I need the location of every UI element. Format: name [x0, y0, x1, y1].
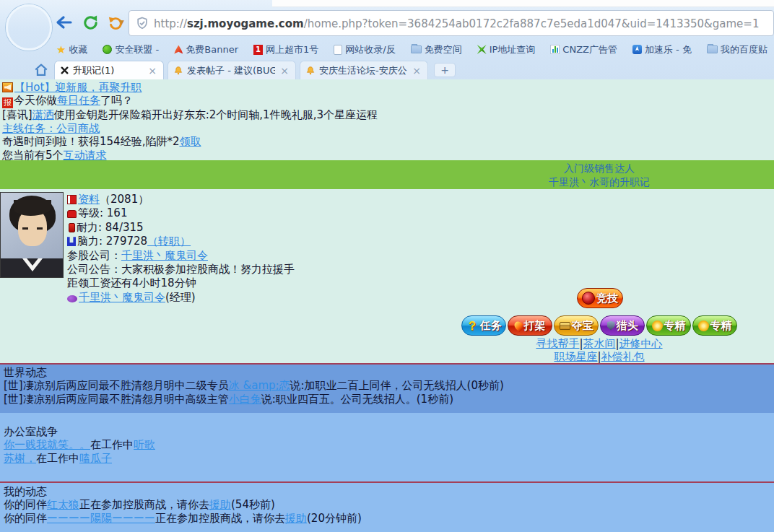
main-quest-link[interactable]: 主线任务：公司商战 [2, 122, 100, 135]
bell-icon [173, 66, 183, 76]
office-war-entry: 你一贱我就笑。。在工作中听歌 [4, 438, 770, 451]
starburst-icon [698, 320, 709, 331]
office-war-entry: 苏榭，在工作中嗑瓜子 [4, 452, 770, 465]
tab-close-icon[interactable]: × [411, 65, 422, 77]
home-button[interactable] [32, 61, 51, 79]
speed-rocket-icon [632, 45, 642, 54]
tab-shengzhiji[interactable]: 升职记(1) × [54, 61, 164, 79]
rank-title: 入门级销售达人 [433, 162, 765, 175]
url-bar[interactable]: http://szj.moyogame.com/home.php?token=3… [129, 10, 774, 36]
headhunt-button[interactable]: 猎头 [600, 315, 645, 336]
shield-icon [607, 321, 615, 331]
notice-lines: 【Hot】迎新服，再聚升职 报今天你做每日任务了吗？ [喜讯]潇洒使用金钥匙开保… [2, 81, 378, 162]
refresh-button[interactable] [81, 13, 100, 32]
bookmark-favorites[interactable]: ★收藏 [56, 43, 87, 56]
assist-link[interactable]: 援助 [285, 512, 307, 525]
bookmark-baidu-tieba[interactable]: 我的百度贴 [707, 43, 768, 56]
tab-close-icon[interactable]: × [279, 65, 290, 77]
training-center-link[interactable]: 进修中心 [619, 337, 663, 350]
bookmark-free-banner[interactable]: 免费Banner [174, 43, 238, 56]
bar-chart-icon [550, 45, 560, 54]
stat-data: 资料（2081） [67, 193, 295, 206]
notice-daily: 报今天你做每日任务了吗？ [2, 94, 378, 108]
assist-link[interactable]: 援助 [209, 498, 231, 511]
player-name-link[interactable]: 小白兔 [229, 393, 261, 406]
window-title-strip [272, 0, 774, 7]
quick-links-row1: 寻找帮手|茶水间|进修中心 [433, 338, 765, 351]
stat-brain: 脑力: 279728（转职） [67, 235, 295, 248]
compensation-pack-link[interactable]: 补偿礼包 [601, 350, 645, 363]
player-name-link[interactable]: 冰 &amp;恋 [229, 379, 290, 392]
specialty-button-2[interactable]: 专精 [692, 315, 737, 336]
game-favicon [60, 66, 69, 75]
bookmark-jiasule[interactable]: 加速乐 - 免 [632, 43, 692, 56]
arena-button[interactable]: 竞技 [577, 288, 623, 308]
find-helper-link[interactable]: 寻找帮手 [536, 337, 579, 350]
job-change-link[interactable]: （转职） [147, 235, 191, 248]
undo-dropdown-caret[interactable]: ▼ [119, 19, 124, 26]
notice-encounter: 奇遇时间到啦！获得154经验,陷阱*2领取 [2, 135, 378, 148]
rocket-icon [174, 45, 183, 54]
notice-mainquest: 主线任务：公司商战 [2, 122, 378, 135]
coworker-name-link[interactable]: 苏榭， [4, 452, 36, 465]
fight-button[interactable]: 打架 [508, 315, 552, 336]
my-feed-title: 我的动态 [4, 485, 770, 498]
bookmark-site-index[interactable]: 网站收录/反 [334, 43, 395, 56]
back-button[interactable] [55, 13, 74, 32]
partner-name-link[interactable]: 红太狼 [47, 498, 79, 511]
bell-icon [305, 66, 316, 76]
tea-room-link[interactable]: 茶水间 [583, 337, 616, 350]
stat-manager: 千里洪丶魔鬼司令(经理) [67, 291, 295, 305]
tab-close-icon[interactable]: × [147, 65, 158, 77]
world-message: [世]凄凉别后两应同最不胜清怨月明中二级专员冰 &amp;恋说:加职业二百上同伴… [4, 379, 770, 392]
notice-hot: 【Hot】迎新服，再聚升职 [2, 81, 378, 94]
tab-post-thread[interactable]: 发表帖子 - 建议(BUG反 × [168, 61, 296, 79]
zodiac-link[interactable]: 职场星座 [554, 350, 597, 363]
bookmark-free-space[interactable]: 免费空间 [411, 43, 462, 56]
stat-announcement: 公司公告：大家积极参加控股商战！努力拉援手 [67, 263, 295, 276]
bookmark-supermarket[interactable]: 1网上超市1号 [253, 43, 318, 56]
starburst-icon [652, 320, 663, 331]
bookmark-ip-lookup[interactable]: IP地址查询 [477, 43, 536, 56]
treasure-button[interactable]: 夺宝 [554, 315, 599, 336]
new-tab-button[interactable]: + [434, 63, 456, 77]
browser-chrome: ▼ http://szj.moyogame.com/home.php?token… [0, 0, 774, 79]
hot-news-link[interactable]: 【Hot】迎新服，再聚升职 [14, 81, 142, 94]
folder-icon [411, 45, 422, 53]
activity-link[interactable]: 嗑瓜子 [79, 452, 112, 465]
world-message: [世]凄凉别后两应同最不胜清怨月明中高级主管小白兔说:职业四百五。公司无线招人。… [4, 393, 770, 406]
notice-goodnews: [喜讯]潇洒使用金钥匙开保险箱开出好东东:2个时间轴,1件晚礼服,3个星座运程 [2, 108, 378, 121]
level-icon [67, 210, 77, 218]
stat-company: 参股公司：千里洪丶魔鬼司令 [67, 249, 295, 263]
manager-company-link[interactable]: 千里洪丶魔鬼司令 [79, 291, 165, 304]
bookmark-safety-union[interactable]: 安全联盟 - [103, 43, 159, 56]
company-link[interactable]: 千里洪丶魔鬼司令 [121, 249, 208, 262]
page-icon [334, 45, 342, 55]
task-button[interactable]: ？任务 [461, 315, 506, 336]
bookmark-cnzz[interactable]: CNZZ广告管 [550, 43, 617, 56]
quick-links: 寻找帮手|茶水间|进修中心 职场星座|补偿礼包 [433, 338, 765, 363]
world-feed-title: 世界动态 [4, 366, 770, 379]
quick-links-row2: 职场星座|补偿礼包 [433, 351, 765, 364]
character-portrait [0, 192, 64, 278]
book-icon [67, 195, 77, 204]
specialty-button-1[interactable]: 专精 [646, 315, 691, 336]
flame-icon [513, 320, 525, 332]
profile-data-link[interactable]: 资料 [78, 193, 100, 206]
url-host: szj.moyogame.com [187, 17, 304, 30]
rank-banner: 入门级销售达人 千里洪丶水哥的升职记 [0, 160, 774, 189]
interaction-requests-link[interactable]: 互动请求 [64, 149, 107, 162]
tab-anqing-forum[interactable]: 安庆生活论坛-安庆公益 × [300, 61, 428, 79]
world-feed-section: 世界动态 [世]凄凉别后两应同最不胜清怨月明中二级专员冰 &amp;恋说:加职业… [0, 363, 774, 413]
my-feed-section: 我的动态 你的同伴红太狼正在参加控股商战，请你去援助(54秒前) 你的同伴ーーー… [0, 481, 774, 532]
player-xiaosa-link[interactable]: 潇洒 [32, 108, 54, 121]
tab-bar: 升职记(1) × 发表帖子 - 建议(BUG反 × 安庆生活论坛-安庆公益 × … [0, 59, 774, 79]
claim-link[interactable]: 领取 [179, 135, 201, 148]
url-text: http://szj.moyogame.com/home.php?token=3… [154, 17, 759, 30]
daily-task-link[interactable]: 每日任务 [57, 94, 100, 107]
coworker-name-link[interactable]: 你一贱我就笑。。 [4, 438, 90, 451]
partner-name-link[interactable]: ーーーー陽陽ーーーー [47, 512, 155, 525]
activity-link[interactable]: 听歌 [134, 438, 155, 451]
undo-button[interactable]: ▼ [107, 13, 126, 32]
my-feed-entry: 你的同伴ーーーー陽陽ーーーー正在参加控股商战，请你去援助(20分钟前) [4, 512, 770, 525]
